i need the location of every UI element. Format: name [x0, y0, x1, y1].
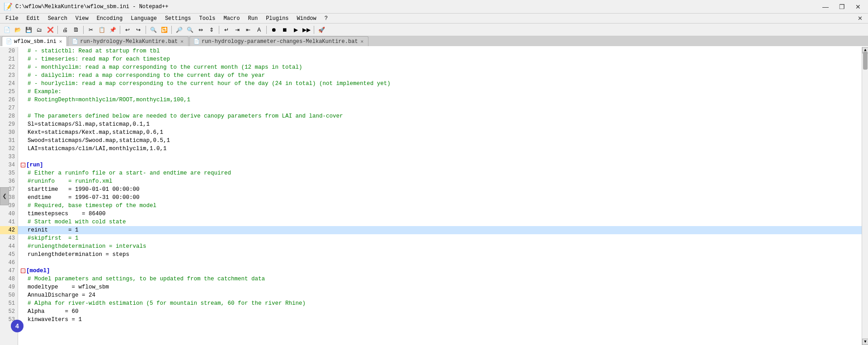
code-line-33	[18, 153, 862, 161]
line-number-22: 22	[0, 63, 18, 71]
toolbar-print[interactable]: 🖨	[60, 25, 70, 35]
menu-run[interactable]: Run	[245, 14, 262, 23]
menu-encoding[interactable]: Encoding	[93, 14, 127, 23]
maximize-button[interactable]: ❐	[835, 2, 848, 11]
left-nav-arrow[interactable]: ❮	[0, 187, 9, 205]
tab-label-2: run-hydrology-MelkaKuntire.bat	[80, 38, 178, 45]
line-number-48: 48	[0, 275, 18, 283]
toolbar-close[interactable]: ❌	[45, 25, 55, 35]
toolbar-launch-run[interactable]: 🚀	[316, 25, 326, 35]
fold-marker-34[interactable]: −	[21, 163, 25, 167]
code-line-23: # - dailyclim: read a map corresponding …	[18, 71, 862, 80]
toolbar-case-upper[interactable]: A	[254, 25, 264, 35]
tab-label-3: run-hydrology-parameter-changes-MelkaKun…	[202, 38, 358, 45]
editor-container: ❮ 20212223242526272829303132333435363738…	[0, 47, 868, 345]
scrollbar-right[interactable]: ▲ ▼	[862, 47, 868, 345]
code-line-43: #skipfirst = 1	[18, 234, 862, 242]
code-line-42: reinit = 1	[18, 226, 862, 234]
menu-macro[interactable]: Macro	[220, 14, 244, 23]
toolbar-open[interactable]: 📂	[13, 25, 23, 35]
toolbar-sync-scroll-h[interactable]: ⇔	[196, 25, 206, 35]
toolbar-print-preview[interactable]: 🖺	[71, 25, 81, 35]
line-number-30: 30	[0, 128, 18, 137]
code-line-30: Kext=staticmaps/Kext.map,staticmap,0.6,1	[18, 128, 862, 137]
code-line-22: # - monthlyclim: read a map correspondin…	[18, 63, 862, 71]
toolbar-stop-macro[interactable]: ⏹	[280, 25, 290, 35]
line-number-20: 20	[0, 47, 18, 55]
toolbar-sep-4	[146, 26, 146, 34]
toolbar-paste[interactable]: 📌	[108, 25, 118, 35]
toolbar-play-macro[interactable]: ▶	[291, 25, 301, 35]
toolbar-redo[interactable]: ↪	[133, 25, 143, 35]
menu-plugins[interactable]: Plugins	[262, 14, 292, 23]
tab-run-hydrology-bat[interactable]: 📄 run-hydrology-MelkaKuntire.bat ✕	[68, 36, 189, 46]
toolbar-unindent[interactable]: ⇤	[243, 25, 253, 35]
toolbar-find[interactable]: 🔍	[148, 25, 158, 35]
tab-run-hydrology-param-bat[interactable]: 📄 run-hydrology-parameter-changes-MelkaK…	[189, 36, 368, 46]
code-line-45: runlengthdetermination = steps	[18, 250, 862, 259]
line-number-51: 51	[0, 299, 18, 307]
menu-tools[interactable]: Tools	[195, 14, 219, 23]
code-line-34: −[run]	[18, 161, 862, 169]
fold-marker-47[interactable]: −	[21, 269, 25, 273]
toolbar: 📄 📂 💾 🗂 ❌ 🖨 🖺 ✂ 📋 📌 ↩ ↪ 🔍 🔁 🔎 🔍 ⇔ ⇕ ↵ ⇥ …	[0, 24, 868, 36]
scrollbar-thumb[interactable]	[863, 52, 868, 70]
menu-view[interactable]: View	[72, 14, 92, 23]
menu-settings[interactable]: Settings	[161, 14, 195, 23]
line-number-36: 36	[0, 177, 18, 185]
code-line-52: Alpha = 60	[18, 307, 862, 316]
line-number-50: 50	[0, 291, 18, 299]
code-line-24: # - hourlyclim: read a map corresponding…	[18, 80, 862, 88]
line-number-31: 31	[0, 137, 18, 145]
title-bar: 📝 C:\wflow\MelkaKuntire\wflow_sbm.ini - …	[0, 0, 868, 14]
toolbar-cut[interactable]: ✂	[86, 25, 96, 35]
code-line-20: # - statictbl: Read at startup from tbl	[18, 47, 862, 55]
toolbar-sync-scroll-v[interactable]: ⇕	[207, 25, 217, 35]
menu-edit[interactable]: Edit	[23, 14, 43, 23]
toolbar-zoom-in[interactable]: 🔎	[174, 25, 184, 35]
menu-search[interactable]: Search	[44, 14, 71, 23]
minimize-button[interactable]: —	[819, 2, 832, 11]
scrollbar-down-button[interactable]: ▼	[862, 339, 868, 345]
line-number-26: 26	[0, 96, 18, 104]
code-line-40: timestepsecs = 86400	[18, 210, 862, 218]
code-line-53: kinwaveIters = 1	[18, 316, 862, 324]
code-line-49: modeltype = wflow_sbm	[18, 283, 862, 291]
toolbar-run-macro-multiple[interactable]: ▶▶	[302, 25, 311, 35]
toolbar-indent[interactable]: ⇥	[232, 25, 242, 35]
line-number-35: 35	[0, 169, 18, 177]
tab-wflow-sbm-ini[interactable]: 📄 wflow_sbm.ini ✕	[2, 36, 67, 46]
toolbar-zoom-out[interactable]: 🔍	[185, 25, 195, 35]
code-area[interactable]: # - statictbl: Read at startup from tbl …	[18, 47, 862, 345]
toolbar-sep-8	[314, 26, 314, 34]
toolbar-copy[interactable]: 📋	[97, 25, 107, 35]
toolbar-sep-7	[266, 26, 267, 34]
menu-language[interactable]: Language	[127, 14, 160, 23]
tab-icon-2: 📄	[72, 38, 78, 44]
tab-close-1[interactable]: ✕	[58, 38, 63, 44]
code-line-50: AnnualDischarge = 24	[18, 291, 862, 299]
toolbar-record-macro[interactable]: ⏺	[269, 25, 279, 35]
tab-close-3[interactable]: ✕	[360, 38, 365, 44]
window-title: C:\wflow\MelkaKuntire\wflow_sbm.ini - No…	[15, 4, 168, 10]
code-line-47: −[model]	[18, 267, 862, 275]
toolbar-new[interactable]: 📄	[2, 25, 12, 35]
document-close-button[interactable]: ✕	[854, 14, 866, 23]
menu-window[interactable]: Window	[293, 14, 320, 23]
menu-file[interactable]: File	[2, 14, 22, 23]
toolbar-save[interactable]: 💾	[24, 25, 33, 35]
toolbar-undo[interactable]: ↩	[123, 25, 132, 35]
tab-icon-3: 📄	[193, 38, 200, 44]
code-line-25: # Example:	[18, 88, 862, 96]
window-close-button[interactable]: ✕	[852, 2, 864, 11]
code-line-27	[18, 104, 862, 112]
toolbar-wrap[interactable]: ↵	[222, 25, 231, 35]
toolbar-save-all[interactable]: 🗂	[34, 25, 44, 35]
menu-help[interactable]: ?	[321, 14, 331, 23]
code-line-28: # The parameters defined below are neede…	[18, 112, 862, 120]
toolbar-sep-5	[171, 26, 172, 34]
toolbar-find-replace[interactable]: 🔁	[159, 25, 169, 35]
line-number-52: 52	[0, 307, 18, 316]
tab-close-2[interactable]: ✕	[179, 38, 184, 44]
line-number-34: 34	[0, 161, 18, 169]
